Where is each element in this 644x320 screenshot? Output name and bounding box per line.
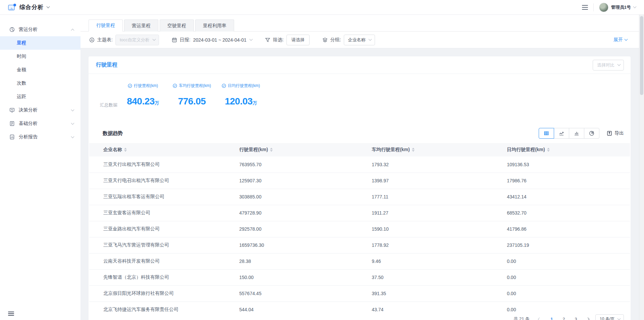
tab-label: 营运里程 [132,23,151,29]
cell-daily-avg-mileage: 68532.70 [503,205,630,221]
prev-page-button[interactable] [535,314,544,320]
theme-table-icon [89,37,95,43]
page-number-1[interactable]: 1 [547,314,556,320]
theme-select[interactable]: tocc自定义分析 [115,35,159,45]
monitor-icon [9,107,15,113]
card-title: 行驶里程 [96,61,117,68]
cell-daily-avg-mileage: 41796.86 [503,221,630,237]
table-row[interactable]: 云南天谷科技开发有限公司 28.38 9.46 0.00 [89,253,630,269]
cell-daily-avg-mileage: 0.00 [503,285,630,302]
sidebar-item-time[interactable]: 时间 [0,50,80,63]
tab-empty-mileage[interactable]: 空驶里程 [160,19,194,32]
chevron-down-icon [368,38,372,41]
table-row[interactable]: 三亚金路出租汽车有限公司 292578.00 1590.10 41796.86 [89,221,630,237]
cell-company: 三亚飞马汽车营运管理有限公司 [89,237,235,253]
app-switcher[interactable]: 综合分析 [8,3,49,11]
table-row[interactable]: 北京飞特捷运汽车服务有限责任公司 544.04 43.74 0.00 [89,302,630,312]
sidebar-group-operation-analysis[interactable]: 营运分析 [0,23,80,36]
cell-company: 三亚金路出租汽车有限公司 [89,221,235,237]
metric-label: 行驶里程(km) [134,83,158,89]
driving-mileage-card: 行驶里程 选择对比 汇总数据 行驶里程(km) [89,56,631,320]
group-select[interactable]: 企业名称 [344,35,375,45]
cell-avg-vehicle-mileage: 1778.92 [368,237,503,253]
tab-driving-mileage[interactable]: 行驶里程 [89,19,123,32]
pie-chart-icon [589,131,594,136]
tabs-bar: 行驶里程 营运里程 空驶里程 里程利用率 [80,15,644,32]
cell-company: 云南天谷科技开发有限公司 [89,253,235,269]
sidebar-collapse-icon[interactable] [8,312,14,316]
table-row[interactable]: 北京假日阳光环球旅行社有限公司 557674.45 391.35 0.00 [89,285,630,302]
compare-select[interactable]: 选择对比 [593,60,624,71]
sidebar-item-count[interactable]: 次数 [0,77,80,90]
export-label: 导出 [614,130,624,136]
expand-toggle[interactable]: 展开 [613,37,627,43]
check-circle-icon [222,84,226,88]
date-range-picker[interactable]: 2024-03-01 ~ 2024-04-01 [193,37,252,43]
sidebar-item-amount[interactable]: 金额 [0,63,80,77]
group-label: 分组: [330,37,341,43]
scrollbar-thumb[interactable] [640,16,643,95]
metric-value: 776.05 [178,96,206,106]
sidebar-group-basic-analysis[interactable]: 基础分析 [0,117,80,130]
sort-icon[interactable] [412,148,415,152]
cell-driving-mileage: 1659736.30 [235,237,368,253]
column-header-company[interactable]: 企业名称 [89,143,235,156]
sidebar-item-mileage[interactable]: 里程 [0,36,80,50]
cell-avg-vehicle-mileage: 1777.11 [368,189,503,205]
metric-value: 840.23 [127,96,155,106]
page-number-2[interactable]: 2 [559,314,569,320]
next-page-button[interactable] [583,314,593,320]
sidebar-item-distance[interactable]: 运距 [0,90,80,103]
sort-icon[interactable] [547,148,550,152]
table-row[interactable]: 三亚弘瑞出租车客运有限公司 303885.00 1777.11 43412.14 [89,189,630,205]
table-row[interactable]: 三亚天行电召出租汽车有限公司 125907.30 1398.97 17986.7… [89,173,630,189]
line-chart-view-button[interactable] [554,128,569,139]
page-number-3[interactable]: 3 [571,314,581,320]
app-title: 综合分析 [19,3,44,11]
sidebar: 营运分析 里程 时间 金额 次数 运距 决策分析 [0,15,80,320]
column-header-label: 行驶里程(km) [239,147,268,152]
table-view-button[interactable] [539,128,554,139]
metric-unit: 万 [155,100,159,105]
column-header-avg-vehicle-mileage[interactable]: 车均行驶里程(km) [368,143,503,156]
compare-select-placeholder: 选择对比 [597,62,614,68]
column-header-daily-avg-mileage[interactable]: 日均行驶里程(km) [503,143,630,156]
cell-driving-mileage: 479728.90 [235,205,368,221]
pie-chart-view-button[interactable] [584,128,599,139]
cell-avg-vehicle-mileage: 43.74 [368,302,503,312]
metric-label: 日均行驶里程(km) [228,83,260,89]
bar-chart-view-button[interactable] [569,128,584,139]
chevron-down-icon [249,38,253,41]
table-row[interactable]: 三亚飞马汽车营运管理有限公司 1659736.30 1778.92 237105… [89,237,630,253]
list-menu-icon[interactable] [582,5,588,10]
filter-select-button[interactable]: 请选择 [286,35,310,45]
column-header-driving-mileage[interactable]: 行驶里程(km) [235,143,368,156]
cell-daily-avg-mileage: 0.00 [503,269,630,285]
export-button[interactable]: 导出 [607,130,624,136]
table-row[interactable]: 三亚玄壹客运有限公司 479728.90 1911.27 68532.70 [89,205,630,221]
user-menu[interactable]: 管理员1号 [599,3,636,12]
tab-label: 里程利用率 [203,23,226,29]
sort-icon[interactable] [124,148,127,152]
cell-driving-mileage: 150.00 [235,269,368,285]
cell-avg-vehicle-mileage: 1398.97 [368,173,503,189]
tab-mileage-utilization[interactable]: 里程利用率 [195,19,234,32]
bar-chart-icon [574,131,579,136]
tab-operating-mileage[interactable]: 营运里程 [124,19,158,32]
table-row[interactable]: 三亚天行出租汽车有限公司 763955.70 1793.32 109136.53 [89,156,630,173]
sidebar-item-label: 金额 [17,67,26,73]
page-size-select[interactable]: 10 条/页 [595,314,624,320]
top-bar: 综合分析 管理员1号 [0,0,644,15]
sidebar-item-label: 次数 [17,80,26,86]
check-circle-icon [128,84,132,88]
group-select-value: 企业名称 [348,37,366,43]
sort-icon[interactable] [270,148,273,152]
sidebar-group-decision-analysis[interactable]: 决策分析 [0,103,80,117]
chevron-down-icon [71,121,74,125]
chevron-down-icon [71,135,74,138]
table-row[interactable]: 先锋智道（北京）科技有限公司 150.00 37.50 0.00 [89,269,630,285]
page-scrollbar[interactable] [639,15,644,320]
sidebar-group-analysis-report[interactable]: 分析报告 [0,130,80,144]
cell-company: 先锋智道（北京）科技有限公司 [89,269,235,285]
filter-bar: 主题表: tocc自定义分析 日报: 2024-03-01 ~ 2024-04-… [80,32,644,48]
